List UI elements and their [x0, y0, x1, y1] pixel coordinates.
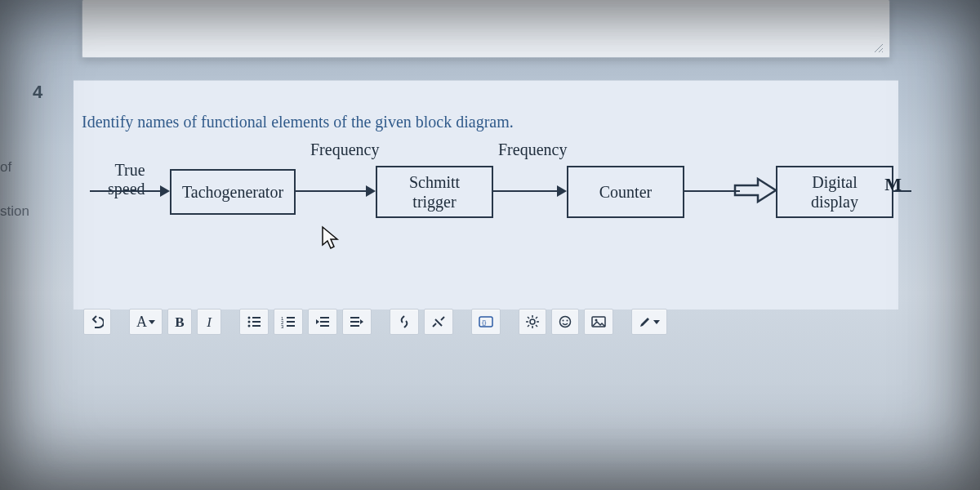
svg-point-5	[248, 321, 251, 323]
emoji-button[interactable]	[551, 309, 579, 335]
wire-2-3	[492, 190, 557, 192]
highlighter-menu-button[interactable]	[631, 309, 667, 335]
svg-point-3	[248, 317, 251, 319]
svg-rect-10	[287, 317, 295, 318]
svg-rect-15	[320, 317, 329, 318]
svg-point-34	[567, 320, 568, 322]
svg-rect-12	[287, 321, 295, 323]
unlink-icon	[431, 315, 446, 328]
arrowhead-icon	[366, 185, 376, 197]
block-tachogenerator: Tachogenerator	[170, 169, 296, 215]
ordered-list-button[interactable]: 123	[274, 309, 303, 335]
unlink-button[interactable]	[424, 309, 453, 335]
list-ol-icon: 123	[281, 315, 296, 328]
svg-line-2	[882, 51, 883, 52]
gutter-text-of: of	[0, 160, 11, 174]
big-arrow-icon	[733, 176, 779, 208]
svg-point-32	[560, 317, 571, 327]
left-gutter: 4 of stion	[0, 0, 59, 490]
pen-icon	[639, 315, 652, 328]
settings-button[interactable]	[519, 309, 546, 335]
input-signal-label: True speed	[108, 161, 145, 198]
question-number: 4	[33, 83, 42, 101]
code-icon: {}	[479, 315, 493, 328]
svg-rect-6	[252, 321, 261, 323]
undo-icon	[91, 315, 104, 328]
svg-line-30	[536, 317, 537, 318]
svg-rect-14	[287, 325, 295, 327]
arrowhead-icon	[557, 185, 567, 197]
undo-button[interactable]	[83, 309, 111, 335]
svg-rect-18	[350, 317, 359, 318]
italic-button[interactable]: I	[197, 309, 221, 335]
svg-text:3: 3	[281, 324, 284, 328]
bold-button[interactable]: B	[167, 309, 192, 335]
gear-icon	[526, 315, 539, 328]
gutter-text-stion: stion	[0, 204, 29, 218]
previous-answer-box[interactable]	[82, 0, 890, 58]
svg-rect-16	[320, 321, 329, 323]
chevron-down-icon	[653, 320, 660, 324]
block-schmitt-trigger: Schmitt trigger	[376, 166, 493, 218]
chevron-down-icon	[149, 320, 155, 324]
svg-line-1	[879, 48, 883, 52]
svg-rect-20	[350, 325, 359, 327]
block-digital-display: Digital display	[776, 166, 893, 218]
svg-rect-19	[350, 321, 359, 323]
indent-icon	[350, 315, 364, 328]
svg-point-33	[563, 320, 564, 322]
question-card: Identify names of functional elements of…	[74, 80, 898, 310]
svg-point-23	[530, 319, 535, 324]
block-counter: Counter	[567, 166, 684, 218]
wire-3-4	[683, 190, 740, 192]
question-prompt: Identify names of functional elements of…	[82, 110, 514, 133]
image-icon	[591, 316, 606, 327]
outdent-icon	[315, 315, 330, 328]
mouse-cursor-icon	[320, 225, 341, 255]
unordered-list-button[interactable]	[239, 309, 269, 335]
smile-icon	[559, 315, 572, 328]
svg-line-29	[536, 325, 537, 327]
svg-line-28	[528, 317, 529, 318]
outdent-button[interactable]	[308, 309, 337, 335]
svg-rect-8	[252, 325, 261, 327]
editor-toolbar: A B I 123 {}	[83, 309, 667, 335]
resize-handle-icon	[873, 42, 884, 54]
code-block-button[interactable]: {}	[471, 309, 501, 335]
wire-input	[90, 190, 160, 192]
signal-label-frequency-2: Frequency	[498, 141, 567, 158]
output-marker: M	[884, 176, 902, 194]
font-menu-button[interactable]: A	[129, 309, 163, 335]
link-button[interactable]	[390, 309, 419, 335]
insert-image-button[interactable]	[584, 309, 613, 335]
svg-line-31	[528, 325, 529, 327]
signal-label-frequency-1: Frequency	[310, 141, 379, 158]
svg-text:{}: {}	[482, 318, 487, 326]
svg-rect-17	[320, 325, 329, 327]
list-ul-icon	[247, 315, 261, 328]
svg-rect-4	[252, 317, 261, 318]
wire-1-2	[294, 190, 366, 192]
block-diagram: True speed Frequency Frequency Tachogene…	[82, 141, 890, 256]
svg-point-7	[248, 325, 251, 327]
svg-line-0	[875, 44, 883, 52]
link-icon	[397, 315, 412, 328]
arrowhead-icon	[160, 185, 170, 197]
font-label: A	[136, 314, 147, 329]
indent-button[interactable]	[342, 309, 372, 335]
